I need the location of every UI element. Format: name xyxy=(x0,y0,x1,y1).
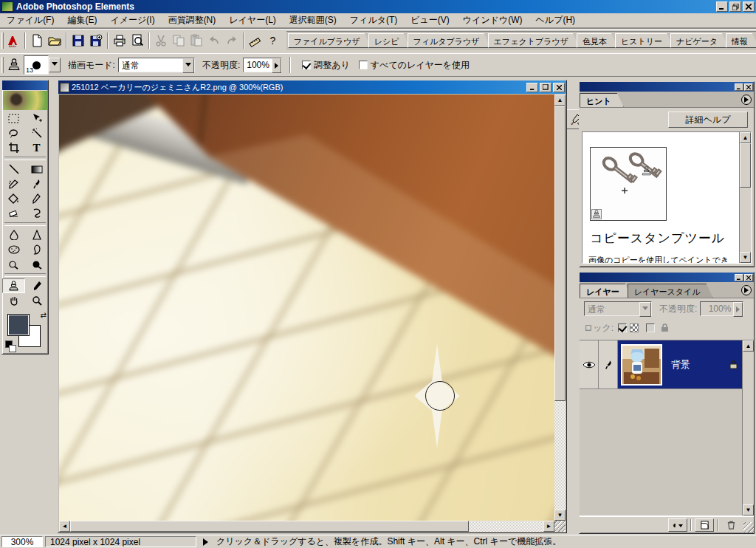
menu-help[interactable]: ヘルプ(H) xyxy=(529,13,583,29)
smudge-tool[interactable] xyxy=(25,206,48,221)
close-button[interactable] xyxy=(743,1,755,12)
blend-dropdown-button[interactable] xyxy=(639,302,651,317)
measure-icon[interactable] xyxy=(247,32,264,49)
tab-file-browser[interactable]: ファイルブラウザ xyxy=(288,33,371,48)
redo-icon[interactable] xyxy=(223,32,241,49)
toolbox-titlebar[interactable] xyxy=(2,81,48,90)
toolbar-grip[interactable] xyxy=(1,57,4,73)
sponge-tool[interactable] xyxy=(2,242,25,257)
layer-row-background[interactable]: 背景 xyxy=(580,340,742,389)
lasso-tool[interactable] xyxy=(2,126,25,140)
layer-active-indicator[interactable] xyxy=(599,340,618,388)
print-preview-icon[interactable] xyxy=(128,32,146,49)
cut-icon[interactable] xyxy=(152,32,170,49)
burn-tool[interactable] xyxy=(25,257,48,272)
scroll-up-icon[interactable]: ▲ xyxy=(743,340,754,352)
menu-view[interactable]: ビュー(V) xyxy=(404,13,456,29)
crop-tool[interactable] xyxy=(2,140,25,155)
lock-all-checkbox[interactable] xyxy=(646,323,655,332)
open-folder-icon[interactable] xyxy=(46,32,63,49)
print-icon[interactable] xyxy=(111,32,128,49)
scroll-left-icon[interactable]: ◄ xyxy=(59,521,70,532)
layer-row-main[interactable]: 背景 xyxy=(618,340,742,388)
menu-filter[interactable]: フィルタ(T) xyxy=(343,13,404,29)
palette-menu-icon[interactable] xyxy=(741,95,752,105)
adobe-logo-icon[interactable]: Adobe xyxy=(4,32,22,49)
menu-image[interactable]: イメージ(I) xyxy=(103,13,161,29)
scroll-thumb[interactable] xyxy=(554,106,566,401)
hints-palette-titlebar[interactable] xyxy=(580,82,754,92)
rectangular-marquee-tool[interactable] xyxy=(2,111,25,126)
image-canvas[interactable] xyxy=(59,95,554,521)
foreground-color-swatch[interactable] xyxy=(7,314,30,336)
brush-size-preview[interactable]: 13 xyxy=(24,55,49,75)
hand-tool[interactable] xyxy=(2,293,25,308)
use-all-layers-checkbox[interactable] xyxy=(359,61,368,69)
scroll-down-icon[interactable]: ▼ xyxy=(554,510,566,521)
menu-file[interactable]: ファイル(F) xyxy=(0,13,61,29)
doc-close-button[interactable] xyxy=(553,83,565,92)
layer-thumbnail[interactable] xyxy=(621,344,662,386)
layer-visibility-toggle[interactable] xyxy=(580,340,599,388)
zoom-tool[interactable] xyxy=(25,293,48,308)
layers-scrollbar[interactable]: ▲ ▼ xyxy=(742,340,754,516)
menu-enhance[interactable]: 画質調整(N) xyxy=(162,13,223,29)
eraser-tool[interactable] xyxy=(2,206,25,221)
new-document-icon[interactable] xyxy=(28,32,46,49)
line-tool[interactable] xyxy=(2,162,25,177)
doc-maximize-button[interactable] xyxy=(540,83,551,92)
tab-navigator[interactable]: ナビゲータ xyxy=(670,33,729,48)
airbrush-tool[interactable] xyxy=(2,177,25,191)
menu-layer[interactable]: レイヤー(L) xyxy=(222,13,283,29)
blur-tool[interactable] xyxy=(2,227,25,242)
palette-close-button[interactable] xyxy=(744,274,753,281)
palette-close-button[interactable] xyxy=(744,83,753,91)
swap-colors-icon[interactable]: ⇄ xyxy=(41,311,47,319)
pencil-tool[interactable] xyxy=(25,191,48,206)
paint-bucket-tool[interactable] xyxy=(2,191,25,206)
paste-icon[interactable] xyxy=(188,32,205,49)
tab-layer-styles[interactable]: レイヤースタイル xyxy=(628,284,713,298)
palette-resize-grip[interactable] xyxy=(743,522,754,532)
doc-minimize-button[interactable] xyxy=(526,83,538,92)
layer-opacity-input[interactable]: 100% xyxy=(700,301,743,316)
tab-filter-browser[interactable]: フィルタブラウザ xyxy=(408,33,491,48)
paintbrush-tool[interactable] xyxy=(25,177,48,191)
toolbar-grip[interactable] xyxy=(1,32,4,49)
menu-window[interactable]: ウインドウ(W) xyxy=(456,13,529,29)
palette-menu-icon[interactable] xyxy=(741,285,752,295)
palette-minimize-button[interactable] xyxy=(735,83,743,91)
help-icon[interactable]: ? xyxy=(264,32,282,49)
detail-help-button[interactable]: 詳細ヘルプ xyxy=(668,112,748,128)
type-tool[interactable]: T xyxy=(25,140,48,155)
save-icon[interactable] xyxy=(69,32,87,49)
toolbox-thumbnail-image[interactable] xyxy=(3,91,47,110)
minimize-button[interactable] xyxy=(716,1,728,12)
layer-opacity-slider-button[interactable] xyxy=(733,302,743,317)
scroll-up-icon[interactable]: ▲ xyxy=(554,95,566,106)
scroll-right-icon[interactable]: ► xyxy=(543,521,554,532)
gradient-tool[interactable] xyxy=(25,162,48,177)
tab-history[interactable]: ヒストリー xyxy=(615,33,673,48)
default-colors-icon[interactable] xyxy=(5,340,16,352)
blend-mode-dropdown-button[interactable] xyxy=(182,58,194,73)
copy-icon[interactable] xyxy=(170,32,188,49)
lock-transparency-checkbox[interactable] xyxy=(618,323,627,332)
vertical-scrollbar[interactable]: ▲ ▼ xyxy=(554,95,566,521)
opacity-slider-button[interactable] xyxy=(272,58,281,73)
sharpen-tool[interactable] xyxy=(25,227,48,242)
blend-mode-select[interactable]: 通常 xyxy=(118,58,195,72)
layers-palette-titlebar[interactable] xyxy=(580,273,754,282)
move-tool[interactable] xyxy=(25,111,48,126)
palette-minimize-button[interactable] xyxy=(735,274,743,281)
document-titlebar[interactable]: 251012 ベーカリーのジェミニさんR2.png @ 300%(RGB) xyxy=(58,81,566,94)
tab-layers[interactable]: レイヤー xyxy=(580,284,632,298)
brush-dropdown-button[interactable] xyxy=(49,58,61,72)
save-as-icon[interactable] xyxy=(87,32,105,49)
scroll-thumb[interactable] xyxy=(740,143,751,188)
tab-swatches[interactable]: 色見本 xyxy=(577,33,618,48)
undo-icon[interactable] xyxy=(205,32,223,49)
resize-grip[interactable] xyxy=(554,521,566,532)
scroll-thumb[interactable] xyxy=(70,521,469,532)
tab-effects-browser[interactable]: エフェクトブラウザ xyxy=(488,33,580,48)
